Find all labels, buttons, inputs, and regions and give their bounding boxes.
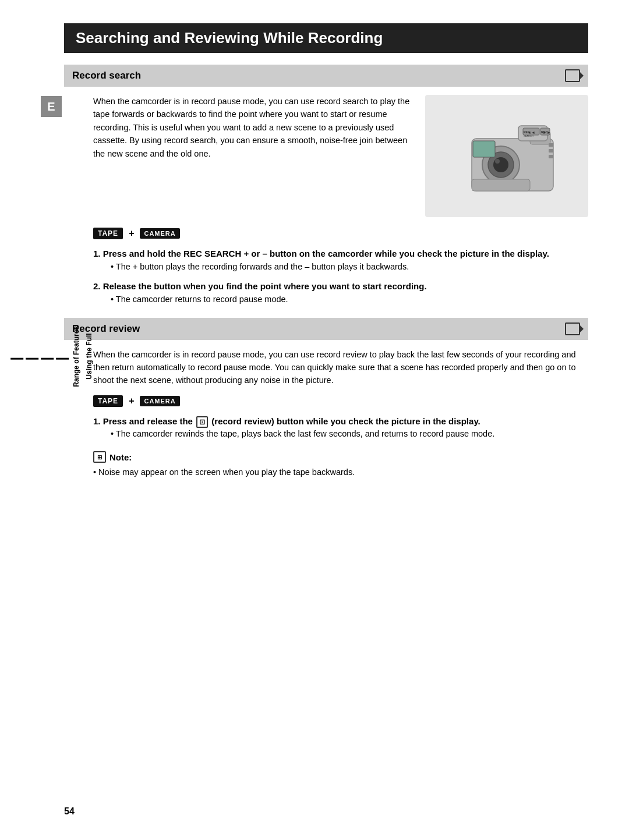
record-review-steps: 1. Press and release the ⊡ (record revie… bbox=[93, 415, 588, 441]
record-search-content: When the camcorder is in record pause mo… bbox=[93, 95, 588, 217]
review-button-icon: ⊡ bbox=[196, 416, 208, 428]
sidebar-line bbox=[41, 358, 54, 360]
tape-camera-row-1: TAPE + CAMERA bbox=[93, 228, 588, 239]
step-1: 1. Press and hold the REC SEARCH + or – … bbox=[93, 247, 588, 273]
step-1-number: 1. bbox=[93, 249, 103, 258]
record-review-section: Record review When the camcorder is in r… bbox=[64, 318, 588, 441]
note-title: ⊞ Note: bbox=[93, 451, 588, 463]
svg-rect-16 bbox=[472, 179, 530, 191]
record-search-header: Record search bbox=[64, 65, 588, 87]
sidebar-text-line1: Using the Full bbox=[85, 334, 94, 380]
sidebar-line bbox=[26, 358, 38, 360]
svg-rect-12 bbox=[473, 141, 495, 157]
tape-camera-row-2: TAPE + CAMERA bbox=[93, 395, 588, 407]
sidebar-label: Range of Features Using the Full bbox=[10, 326, 94, 387]
note-section: ⊞ Note: Noise may appear on the screen w… bbox=[93, 451, 588, 479]
svg-rect-14 bbox=[549, 149, 553, 153]
step-2-bold: 2. Release the button when you find the … bbox=[93, 280, 588, 293]
review-step-1: 1. Press and release the ⊡ (record revie… bbox=[93, 415, 588, 441]
step-2-bullet: The camcorder returns to record pause mo… bbox=[111, 293, 588, 306]
review-step-1-bold: 1. Press and release the ⊡ (record revie… bbox=[93, 415, 588, 428]
svg-rect-15 bbox=[549, 155, 553, 158]
svg-text:◄◄: ◄◄ bbox=[527, 130, 535, 134]
svg-rect-13 bbox=[549, 143, 553, 147]
record-review-header: Record review bbox=[64, 318, 588, 340]
note-title-text: Note: bbox=[109, 452, 132, 462]
record-search-heading: Record search bbox=[72, 70, 141, 81]
plus-sign-1: + bbox=[129, 228, 134, 239]
page-number: 54 bbox=[64, 806, 75, 817]
step-2: 2. Release the button when you find the … bbox=[93, 280, 588, 306]
review-step-suffix: (record review) button while you check t… bbox=[211, 416, 480, 426]
review-step-number: 1. bbox=[93, 416, 103, 426]
sidebar-line bbox=[10, 358, 23, 360]
plus-sign-2: + bbox=[129, 396, 134, 406]
svg-point-4 bbox=[495, 159, 500, 164]
camera-badge-1: CAMERA bbox=[140, 228, 179, 239]
record-review-icon bbox=[565, 322, 580, 335]
record-search-icon bbox=[565, 69, 580, 82]
camera-badge-2: CAMERA bbox=[140, 396, 179, 406]
record-review-body: When the camcorder is in record pause mo… bbox=[93, 348, 588, 387]
main-title: Searching and Reviewing While Recording bbox=[64, 23, 588, 53]
step-2-number: 2. bbox=[93, 281, 103, 291]
note-bullet: Noise may appear on the screen when you … bbox=[93, 466, 588, 479]
sidebar-line bbox=[56, 358, 69, 360]
note-icon: ⊞ bbox=[93, 451, 106, 463]
record-search-body: When the camcorder is in record pause mo… bbox=[93, 95, 414, 217]
camera-image: REC SEARCH REC+ ◄◄ ►► bbox=[425, 95, 588, 217]
review-step-prefix: Press and release the bbox=[103, 416, 193, 426]
svg-text:►►: ►► bbox=[543, 130, 551, 134]
page-container: Range of Features Using the Full E Searc… bbox=[0, 0, 629, 840]
step-2-text: Release the button when you find the poi… bbox=[103, 281, 427, 291]
sidebar-text-line2: Range of Features bbox=[72, 326, 82, 387]
step-1-bold: 1. Press and hold the REC SEARCH + or – … bbox=[93, 247, 588, 261]
svg-text:SEARCH: SEARCH bbox=[524, 134, 533, 137]
step-1-bullet: The + button plays the recording forward… bbox=[111, 261, 588, 274]
record-search-steps: 1. Press and hold the REC SEARCH + or – … bbox=[93, 247, 588, 306]
tape-badge-2: TAPE bbox=[93, 395, 123, 407]
sidebar-lines bbox=[10, 358, 69, 360]
step-1-text: Press and hold the REC SEARCH + or – but… bbox=[103, 249, 549, 258]
svg-point-3 bbox=[493, 157, 508, 172]
review-step-1-bullet: The camcorder rewinds the tape, plays ba… bbox=[111, 428, 588, 441]
e-badge: E bbox=[41, 96, 62, 117]
tape-badge-1: TAPE bbox=[93, 228, 123, 239]
camera-illustration: REC SEARCH REC+ ◄◄ ►► bbox=[437, 104, 577, 208]
